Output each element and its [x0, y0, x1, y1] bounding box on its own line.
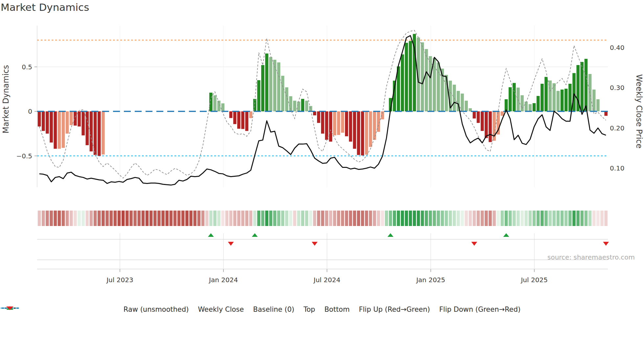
heatmap-cell [46, 211, 49, 226]
heatmap-cell [58, 211, 61, 226]
heatmap-cell [341, 211, 344, 226]
heatmap-cell [313, 211, 316, 226]
x-tick-label: Jan 2025 [408, 276, 454, 284]
heatmap-cell [177, 211, 181, 226]
heatmap-cell [337, 211, 340, 226]
oscillator-bar [429, 56, 432, 111]
oscillator-bar [473, 111, 476, 119]
figure: Market Dynamics Market Dynamics Weekly C… [0, 0, 644, 362]
heatmap-cell [585, 211, 588, 226]
tri-down-swatch-icon [0, 305, 20, 311]
oscillator-bar [485, 111, 488, 138]
oscillator-bar [281, 76, 285, 111]
heatmap-cell [493, 211, 496, 226]
oscillator-bar [557, 91, 560, 111]
right-axis-label: Weekly Close Price [634, 69, 644, 154]
heatmap-cell [74, 211, 77, 226]
heatmap-cell [81, 211, 85, 226]
heatmap-cell [50, 211, 53, 226]
flip-down-marker [603, 242, 609, 246]
heatmap-cell [225, 211, 229, 226]
heatmap-cell [165, 211, 169, 226]
oscillator-bar [213, 95, 217, 111]
legend-label: Bottom [324, 305, 350, 313]
oscillator-bar [265, 54, 268, 111]
heatmap-cell [477, 211, 480, 226]
oscillator-bar [78, 111, 81, 126]
oscillator-bar [529, 104, 532, 111]
heatmap-cell [213, 211, 217, 226]
heatmap-cell [229, 211, 233, 226]
heatmap-cell [305, 211, 309, 226]
legend-label: Flip Down (Green→Red) [439, 305, 520, 313]
oscillator-bar [437, 62, 440, 111]
heatmap-cell [261, 211, 264, 226]
oscillator-bar [313, 111, 316, 115]
heatmap-cell [557, 211, 560, 226]
oscillator-bar [317, 111, 320, 123]
heatmap-cell [561, 211, 564, 226]
heatmap-cell [98, 211, 101, 226]
heatmap-cell [437, 211, 440, 226]
oscillator-bar [405, 43, 408, 111]
oscillator-bar [329, 111, 332, 142]
heatmap-cell [473, 211, 476, 226]
heatmap-cell [409, 211, 412, 226]
heatmap-cell [489, 211, 492, 226]
heatmap-cell [150, 211, 153, 226]
heatmap-cell [333, 211, 336, 226]
oscillator-bar [544, 77, 548, 111]
heatmap-cell [193, 211, 196, 226]
heatmap-cell [289, 211, 292, 226]
x-tick-label: Jul 2024 [304, 276, 350, 284]
oscillator-bar [341, 111, 344, 133]
oscillator-bar [333, 111, 336, 135]
legend-item: Bottom [324, 305, 350, 313]
oscillator-bar [465, 101, 468, 111]
heatmap-cell [273, 211, 276, 226]
heatmap-cell [553, 211, 556, 226]
oscillator-bar [596, 99, 600, 111]
heatmap-cell [94, 211, 97, 226]
heatmap-cell [537, 211, 540, 226]
heatmap-cell [78, 211, 81, 226]
heatmap-cell [572, 211, 576, 226]
heatmap-cell [548, 211, 552, 226]
heatmap-cell [297, 211, 300, 226]
oscillator-bar [373, 111, 376, 140]
heatmap-cell [544, 211, 548, 226]
heatmap-cell [381, 211, 384, 226]
oscillator-bar [74, 111, 77, 125]
heatmap-cell [540, 211, 544, 226]
oscillator-bar [46, 111, 49, 134]
heatmap-cell [405, 211, 408, 226]
heatmap-cell [517, 211, 520, 226]
heatmap-cell [173, 211, 177, 226]
heatmap-cell [520, 211, 524, 226]
heatmap-cell [293, 211, 296, 226]
heatmap-cell [70, 211, 73, 226]
oscillator-bar [249, 111, 252, 118]
legend-label: Baseline (0) [253, 305, 294, 313]
heatmap-cell [221, 211, 224, 226]
heatmap-cell [505, 211, 508, 226]
left-tick-label: −0.5 [9, 152, 32, 160]
heatmap-cell [445, 211, 448, 226]
oscillator-bar [245, 111, 248, 131]
heatmap-cell [389, 211, 392, 226]
heatmap-cell [157, 211, 161, 226]
heatmap-cell [142, 211, 145, 226]
heatmap-cell [385, 211, 388, 226]
oscillator-bar [369, 111, 372, 147]
legend-item: Raw (unsmoothed) [124, 305, 189, 313]
heatmap-cell [600, 211, 604, 226]
oscillator-bar [54, 111, 57, 149]
heatmap-cell [90, 211, 93, 226]
oscillator-bar [501, 111, 504, 116]
oscillator-bar [98, 111, 101, 156]
heatmap-cell [54, 211, 57, 226]
oscillator-bar [401, 55, 404, 111]
heatmap-cell [357, 211, 360, 226]
oscillator-bar [62, 111, 65, 148]
heatmap-cell [233, 211, 237, 226]
